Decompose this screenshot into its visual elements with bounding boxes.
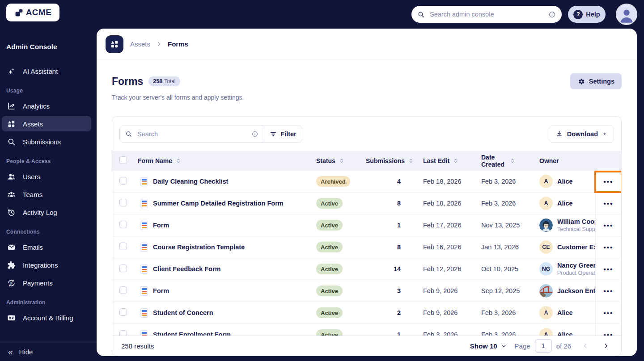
sidebar-item-label: AI Assistant <box>23 67 58 75</box>
help-label: Help <box>586 11 600 18</box>
sidebar-item-teams[interactable]: Teams <box>2 187 91 202</box>
previous-page-button[interactable] <box>579 342 592 349</box>
breadcrumb-current: Forms <box>168 40 188 48</box>
download-button[interactable]: Download <box>549 126 614 143</box>
column-header-form-name[interactable]: Form Name <box>138 157 316 164</box>
row-actions-button[interactable]: ••• <box>601 178 616 185</box>
column-header-last-edit[interactable]: Last Edit <box>423 157 481 164</box>
table-search-input[interactable] <box>136 130 247 138</box>
row-actions-button[interactable]: ••• <box>601 200 616 207</box>
row-actions-button[interactable]: ••• <box>601 222 616 229</box>
sidebar-item-label: Teams <box>23 191 42 198</box>
row-actions-button[interactable]: ••• <box>601 309 616 317</box>
sidebar-item-label: Integrations <box>23 261 58 269</box>
settings-button[interactable]: Settings <box>570 73 622 89</box>
row-checkbox[interactable] <box>119 243 127 250</box>
admin-search-input[interactable] <box>429 10 544 18</box>
column-header-submissions[interactable]: Submissions <box>366 157 423 164</box>
page-size-select[interactable]: Show 10 <box>470 342 507 350</box>
form-name: Form <box>153 222 169 229</box>
form-icon <box>140 243 148 252</box>
next-page-button[interactable] <box>600 342 612 349</box>
sidebar-item-assets[interactable]: Assets <box>2 116 91 131</box>
row-checkbox[interactable] <box>119 199 127 206</box>
total-suffix: Total <box>164 78 175 84</box>
form-name-cell: Course Registration Template <box>138 243 316 252</box>
row-actions-button[interactable]: ••• <box>601 287 616 295</box>
sort-icon[interactable] <box>509 158 516 164</box>
date-created: Feb 3, 2026 <box>481 178 539 185</box>
form-name: Course Registration Template <box>153 243 245 251</box>
page-size-label: Show 10 <box>470 342 497 350</box>
sidebar-item-label: Users <box>23 173 40 180</box>
sidebar-item-activity-log[interactable]: Activity Log <box>2 205 91 220</box>
page-subtitle: Track your server's all forms and apply … <box>112 94 622 101</box>
sort-icon[interactable] <box>175 158 182 164</box>
sidebar-item-payments[interactable]: $ Payments <box>2 275 91 290</box>
section-title: Administration <box>2 299 91 306</box>
owner-avatar <box>539 284 553 298</box>
form-icon <box>140 199 148 208</box>
total-count-badge: 258 Total <box>148 76 180 86</box>
row-checkbox[interactable] <box>119 308 127 316</box>
sort-icon[interactable] <box>453 158 459 164</box>
form-icon <box>140 177 148 186</box>
sort-icon[interactable] <box>408 158 414 164</box>
submissions-count: 8 <box>366 200 423 207</box>
sidebar-item-emails[interactable]: Emails <box>2 239 91 255</box>
row-actions-button[interactable]: ••• <box>601 265 616 273</box>
search-icon <box>7 138 16 146</box>
owner-subtitle: Product Operations <box>557 270 595 277</box>
sidebar-item-submissions[interactable]: Submissions <box>2 134 91 149</box>
sidebar-item-ai-assistant[interactable]: AI Assistant <box>2 63 91 79</box>
admin-search[interactable] <box>411 6 562 23</box>
column-header-date-created[interactable]: Date Created <box>481 154 539 168</box>
sidebar-item-users[interactable]: Users <box>2 169 91 184</box>
page-header: Forms 258 Total Settings Track your serv… <box>97 60 637 116</box>
filter-label: Filter <box>280 130 296 138</box>
owner-cell: CE Customer Experience <box>539 236 595 258</box>
submissions-count: 8 <box>366 243 423 251</box>
user-avatar[interactable] <box>617 4 636 24</box>
row-checkbox[interactable] <box>119 264 127 272</box>
filter-button[interactable]: Filter <box>264 126 302 142</box>
sidebar-item-label: Payments <box>23 279 53 287</box>
info-icon[interactable] <box>251 130 258 138</box>
page-total-label: of 26 <box>556 342 571 350</box>
table-search[interactable] <box>120 126 264 142</box>
filter-icon <box>270 130 277 138</box>
info-icon[interactable] <box>548 11 556 18</box>
row-checkbox[interactable] <box>119 177 127 185</box>
sidebar-item-label: Activity Log <box>23 209 57 216</box>
help-button[interactable]: ? Help <box>568 6 606 23</box>
page-number-input[interactable] <box>535 339 552 353</box>
table-header-row: Form Name Status Submissions Last Edit D… <box>112 151 621 171</box>
breadcrumb-assets-link[interactable]: Assets <box>130 40 150 48</box>
submissions-count: 4 <box>366 178 423 185</box>
hide-sidebar-button[interactable]: « Hide <box>0 342 97 361</box>
assets-breadcrumb-icon <box>106 35 123 53</box>
submissions-count: 14 <box>366 265 423 273</box>
select-all-checkbox[interactable] <box>119 156 127 164</box>
last-edit-date: Feb 18, 2026 <box>423 200 481 207</box>
sidebar-section-connections: Connections Emails Integrations $ Paymen… <box>2 229 91 290</box>
sidebar: ACME Admin Console AI Assistant Usage An… <box>0 0 97 361</box>
column-header-status[interactable]: Status <box>316 157 366 164</box>
acme-logo[interactable]: ACME <box>6 4 59 21</box>
form-name-cell: Student of Concern <box>138 308 316 318</box>
row-checkbox[interactable] <box>119 286 127 294</box>
section-title: People & Access <box>2 158 91 164</box>
sidebar-item-account-billing[interactable]: Account & Billing <box>2 310 91 325</box>
sidebar-item-label: Assets <box>23 120 43 128</box>
question-icon: ? <box>573 10 583 19</box>
row-actions-button[interactable]: ••• <box>601 243 616 251</box>
logo-text: ACME <box>26 8 52 17</box>
email-icon <box>7 243 16 252</box>
sort-icon[interactable] <box>339 158 345 164</box>
submissions-count: 2 <box>366 309 423 316</box>
sidebar-item-analytics[interactable]: Analytics <box>2 98 91 113</box>
page-label: Page <box>515 342 530 350</box>
form-name: Summer Camp Detailed Registration Form <box>153 200 284 207</box>
sidebar-item-integrations[interactable]: Integrations <box>2 257 91 273</box>
row-checkbox[interactable] <box>119 221 127 228</box>
